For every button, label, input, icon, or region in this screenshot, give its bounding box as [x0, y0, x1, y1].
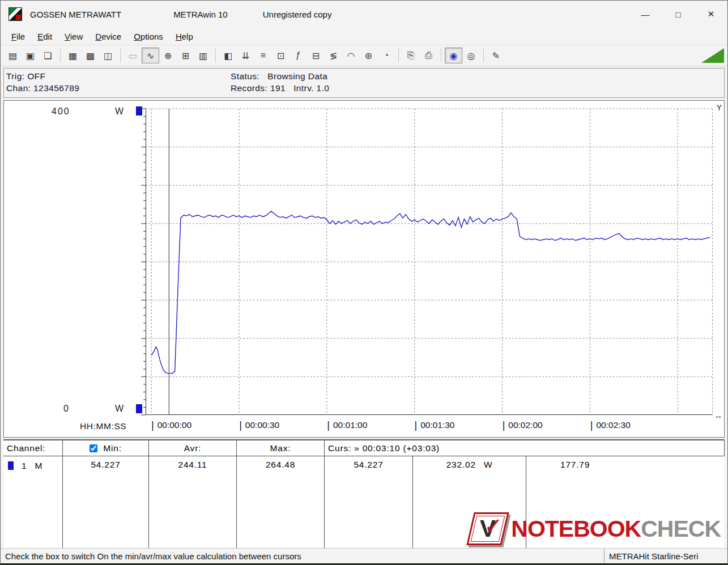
chart-panel: 400 W 0 W Y ↔ HH:MM:SS |00:00:00 |00:00:…	[3, 100, 725, 438]
minmax-calc-checkbox[interactable]	[90, 444, 97, 452]
device-model-indicator: METRAHit Starline-Seri	[604, 549, 727, 563]
toolbar-separator	[120, 49, 121, 62]
envelope-icon: ◠	[347, 50, 355, 61]
bargraph-display-button[interactable]: ▥	[194, 48, 212, 63]
x-axis-format-label: HH:MM:SS	[80, 421, 126, 431]
watermark-text-gray: CHECK	[641, 516, 721, 542]
close-button[interactable]: ✕	[695, 1, 727, 28]
channel-color-icon	[8, 461, 14, 470]
device-download-button[interactable]: ⇊	[237, 48, 254, 63]
acquisition-status-panel: Trig: OFF Status: Browsing Data Chan: 12…	[3, 68, 725, 98]
device-download-icon: ⇊	[242, 50, 249, 61]
cursor-column-header: Curs: » 00:03:10 (+03:03)	[324, 440, 725, 456]
acquire-icon: ⊛	[365, 50, 372, 61]
menu-file[interactable]: File	[5, 29, 31, 44]
zoom-pointer-button[interactable]: ◎	[462, 48, 480, 63]
toolbar: ▤ ▣ ❏ ▦ ▩ ◫ ▭ ∿ ⊕ ⊞ ▥ ◧ ⇊ ≡ ⊡ ƒ ⊟ ≶ ◠ ⊛ …	[1, 45, 727, 66]
memory-read-button[interactable]: ▦	[64, 48, 82, 63]
records-label: Records:	[231, 83, 267, 93]
zoom-window-button[interactable]: ◉	[445, 48, 462, 63]
display-values-icon: ⊟	[312, 50, 320, 61]
cursor2-value: 232.02	[446, 460, 476, 470]
print-icon: ⎙	[425, 50, 432, 61]
channel-setup-icon: ≡	[261, 50, 266, 61]
interval-value: 1.0	[317, 83, 330, 93]
minimize-icon: —	[641, 10, 650, 19]
y-zoom-control-icon[interactable]: Y	[717, 103, 722, 112]
menu-view[interactable]: View	[58, 29, 89, 44]
annotation-button[interactable]: ✎	[487, 48, 505, 63]
channel-number: 1	[22, 461, 27, 471]
export-file-icon: ❏	[44, 50, 52, 61]
avr-column-header: Avr:	[149, 440, 237, 456]
channel-setup-button[interactable]: ≡	[254, 48, 272, 63]
chart-svg[interactable]	[146, 109, 713, 415]
cursor-crosshair-icon: ⊕	[164, 50, 172, 61]
green-corner-triangle	[701, 48, 724, 63]
menu-edit[interactable]: Edit	[31, 29, 58, 44]
memory-clear-button[interactable]: ▩	[82, 48, 99, 63]
chan-value: 123456789	[33, 83, 79, 93]
acquire-button[interactable]: ⊛	[360, 48, 377, 63]
annotation-icon: ✎	[492, 50, 500, 61]
menu-help[interactable]: Help	[169, 29, 199, 44]
envelope-button[interactable]: ◠	[342, 48, 360, 63]
zoom-window-icon: ◉	[450, 50, 458, 61]
chan-label: Chan:	[6, 83, 31, 93]
x-axis-row: HH:MM:SS |00:00:00 |00:00:30 |00:01:00 |…	[4, 418, 724, 436]
trig-label: Trig:	[6, 71, 24, 82]
export-file-button[interactable]: ❏	[39, 48, 57, 63]
x-tick: |00:00:00	[151, 420, 191, 431]
display-values-button[interactable]: ⊟	[307, 48, 325, 63]
numeric-display-button[interactable]: ▭	[124, 48, 142, 63]
tick-mark: |	[327, 420, 330, 431]
curve-display-button[interactable]: ∿	[142, 48, 159, 63]
cursor-crosshair-button[interactable]: ⊕	[159, 48, 177, 63]
min-value-cell: 54.227	[63, 456, 149, 548]
maximize-icon: □	[675, 10, 680, 19]
print-preview-button[interactable]: ⎘	[402, 48, 420, 63]
menu-device[interactable]: Device	[89, 29, 127, 44]
watermark-text: NOTEBOOKCHECK	[511, 516, 721, 542]
open-file-button[interactable]: ▤	[4, 48, 22, 63]
close-icon: ✕	[708, 9, 715, 19]
curve-display-icon: ∿	[147, 50, 154, 61]
title-license: Unregistered copy	[263, 10, 332, 19]
print-button[interactable]: ⎙	[420, 48, 437, 63]
save-file-button[interactable]: ▣	[22, 48, 39, 63]
x-tick: |00:02:30	[590, 420, 631, 431]
logo-checkmark-icon: ✓	[484, 513, 503, 539]
memory-read-icon: ▦	[69, 50, 77, 61]
metrawin-window: GOSSEN METRAWATT METRAwin 10 Unregistere…	[0, 0, 728, 565]
channel-mode: M	[35, 461, 42, 471]
device-transfer-button[interactable]: ◧	[219, 48, 237, 63]
menu-options[interactable]: Options	[127, 29, 169, 44]
toolbar-separator	[60, 49, 61, 62]
min-max-button[interactable]: ≶	[325, 48, 342, 63]
timer-button[interactable]: ◔	[377, 48, 395, 63]
x-tick: |00:01:00	[327, 420, 367, 431]
memory-eject-button[interactable]: ◫	[99, 48, 117, 63]
y-axis-unit-bottom: W	[115, 404, 125, 414]
tick-mark: |	[414, 420, 417, 431]
notebookcheck-watermark: V ✓ NOTEBOOKCHECK	[470, 512, 721, 545]
title-program-name: METRAwin 10	[173, 10, 228, 19]
y-axis-unit-top: W	[115, 106, 125, 117]
channel-color-marker-top	[136, 106, 142, 115]
trig-value: OFF	[27, 71, 45, 81]
formula-icon: ƒ	[296, 50, 301, 61]
min-column-header: Min:	[63, 440, 149, 456]
plot-area[interactable]	[146, 109, 713, 415]
status-bar-message: Check the box to switch On the min/avr/m…	[5, 551, 301, 561]
x-tick: |00:02:00	[503, 420, 543, 431]
formula-button[interactable]: ƒ	[290, 48, 307, 63]
trigger-status: Trig: OFF	[6, 71, 231, 82]
minimize-button[interactable]: —	[629, 1, 662, 28]
tick-mark: |	[503, 420, 505, 431]
status-value: Browsing Data	[267, 71, 327, 81]
cursor2-unit: W	[484, 460, 492, 470]
table-display-button[interactable]: ⊞	[177, 48, 194, 63]
print-preview-icon: ⎘	[407, 50, 415, 61]
maximize-button[interactable]: □	[662, 1, 695, 28]
monitor-button[interactable]: ⊡	[272, 48, 290, 63]
